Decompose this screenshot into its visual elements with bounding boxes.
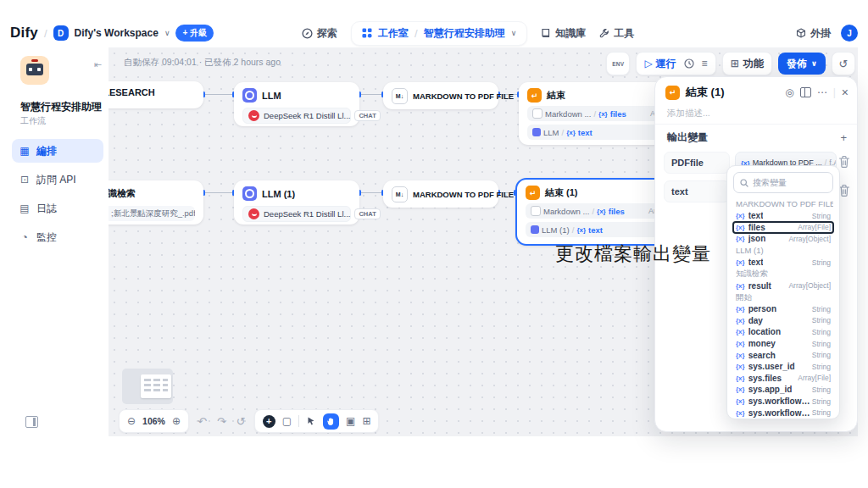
variable-option-day[interactable]: {x}dayString [733, 315, 833, 327]
variable-name: text [578, 128, 593, 137]
version-history-button[interactable]: ↺ [832, 52, 855, 75]
chevron-down-icon[interactable]: ∨ [511, 29, 517, 37]
organize-icon[interactable]: ⊞ [362, 415, 370, 427]
description-placeholder[interactable]: 添加描述... [667, 108, 710, 119]
current-app-name[interactable]: 智慧行程安排助理 [424, 26, 505, 41]
variable-option-money[interactable]: {x}moneyString [733, 338, 833, 350]
nav-explore[interactable]: 探索 [302, 26, 337, 41]
run-button[interactable]: ▷運行 [644, 57, 676, 71]
source-node-name: Markdown ... [543, 207, 589, 216]
sidebar-collapse-icon[interactable]: ⇤ [94, 59, 102, 70]
variable-group-label: 知識檢索 [733, 268, 833, 280]
delete-variable-icon[interactable] [838, 155, 850, 169]
features-icon: ⊞ [731, 58, 739, 69]
node-googlesearch[interactable]: GOOGLESEARCH [108, 81, 203, 108]
add-variable-icon[interactable]: + [840, 131, 847, 144]
hand-tool-button[interactable] [323, 413, 339, 430]
sidebar-item-logs[interactable]: ▤日誌 [12, 197, 103, 220]
zoom-out-icon[interactable]: ⊖ [127, 415, 136, 427]
zoom-in-icon[interactable]: ⊕ [172, 415, 181, 427]
more-icon[interactable]: ⋯ [817, 86, 827, 98]
variable-search-input[interactable]: 搜索變量 [733, 172, 833, 193]
variable-name: json [748, 234, 766, 243]
clock-icon[interactable] [684, 58, 694, 69]
close-icon[interactable]: × [842, 86, 849, 99]
collapse-panel-icon[interactable] [25, 416, 38, 428]
variable-name: text [588, 225, 603, 235]
variable-option-text[interactable]: {x}textString [733, 210, 833, 222]
redo-icon[interactable]: ↷ [217, 415, 226, 428]
delete-variable-icon[interactable] [838, 184, 850, 197]
api-icon: ⊡ [19, 174, 31, 186]
undo-icon[interactable]: ↶ [198, 415, 207, 428]
node-llm-1[interactable]: LLM (1) DeepSeek R1 Distill Ll... CHAT [234, 180, 359, 225]
features-button[interactable]: ⊞ 功能 [722, 52, 772, 75]
nav-knowledge[interactable]: 知識庫 [541, 26, 586, 41]
node-markdown-to-pdf-1[interactable]: M↓MARKDOWN TO PDF FILE (1 [383, 180, 498, 208]
variable-group-label: MARKDOWN TO PDF FILE (1) [733, 198, 833, 210]
variable-icon: {x} [736, 328, 745, 336]
export-image-icon[interactable]: ▣ [346, 415, 355, 427]
variable-option-location[interactable]: {x}locationString [733, 326, 833, 338]
variable-option-files[interactable]: {x}filesArray[File] [733, 222, 833, 234]
variable-option-sys.files[interactable]: {x}sys.filesArray[File] [733, 373, 833, 385]
variable-type: String [812, 328, 831, 336]
variable-option-person[interactable]: {x}personString [733, 303, 833, 315]
variable-option-text[interactable]: {x}textString [733, 257, 833, 269]
sidebar-item-api[interactable]: ⊡訪問 API [12, 168, 103, 191]
add-node-button[interactable]: + [263, 415, 275, 428]
canvas-tools: + ▢ ▣ ⊞ [254, 409, 380, 433]
sidebar-item-orchestrate[interactable]: ▦編排 [12, 139, 103, 163]
upgrade-button[interactable]: + 升級 [175, 25, 214, 42]
add-note-icon[interactable]: ▢ [282, 415, 292, 427]
studio-icon [362, 28, 372, 38]
breadcrumb-slash: / [44, 27, 47, 40]
variable-option-json[interactable]: {x}jsonArray[Object] [733, 233, 833, 245]
variable-type: String [812, 351, 831, 359]
minimap[interactable] [122, 369, 173, 404]
variable-option-sys.workflow_run_id[interactable]: {x}sys.workflow_run_idString [733, 407, 833, 419]
sidebar-item-monitor[interactable]: ◔監控 [12, 225, 103, 249]
node-markdown-to-pdf[interactable]: M↓MARKDOWN TO PDF FILE [383, 82, 498, 109]
variable-name-field[interactable]: text [664, 180, 730, 202]
history-icon[interactable]: ↺ [236, 415, 246, 428]
node-knowledge-retrieval[interactable]: 知識檢索 ;新北景點深度研究_.pdf.. [108, 180, 203, 225]
book-icon [541, 28, 551, 38]
variable-icon: {x} [736, 317, 745, 324]
llm-icon [242, 186, 257, 201]
user-avatar[interactable]: J [841, 25, 858, 42]
pointer-icon[interactable] [306, 416, 316, 426]
variable-icon: {x} [736, 235, 745, 242]
play-icon: ▷ [644, 58, 652, 69]
variable-icon: {x} [736, 282, 745, 290]
variable-type: Array[File] [798, 223, 831, 231]
variable-option-search[interactable]: {x}searchString [733, 349, 833, 361]
variable-type: String [812, 316, 831, 324]
logs-icon: ▤ [19, 202, 31, 214]
split-view-icon[interactable] [800, 87, 811, 97]
node-llm[interactable]: LLM DeepSeek R1 Distill Ll... CHAT [234, 82, 359, 126]
nav-plugins[interactable]: 外掛 [796, 26, 831, 41]
model-pill: DeepSeek R1 Distill Ll... CHAT [242, 108, 351, 124]
variable-type: String [812, 363, 831, 371]
chat-badge: CHAT [354, 208, 380, 219]
variable-option-result[interactable]: {x}resultArray[Object] [733, 280, 833, 291]
variable-option-sys.user_id[interactable]: {x}sys.user_idString [733, 361, 833, 373]
variable-icon: {x} [597, 208, 606, 215]
search-icon [740, 179, 748, 187]
checklist-icon[interactable]: ≡ [702, 58, 708, 69]
nav-tools[interactable]: 工具 [599, 26, 634, 41]
variable-picker-dropdown: 搜索變量 MARKDOWN TO PDF FILE (1){x}textStri… [726, 165, 840, 419]
chevron-down-icon[interactable]: ∨ [164, 29, 170, 37]
source-node-icon [532, 108, 542, 119]
variable-option-sys.workflow_id[interactable]: {x}sys.workflow_idString [733, 396, 833, 408]
publish-button[interactable]: 發佈 ∨ [778, 53, 826, 75]
env-variables-button[interactable]: ENV [606, 52, 630, 75]
workspace-name[interactable]: Dify's Workspace [75, 27, 159, 39]
variable-name-field[interactable]: PDFfile [664, 152, 730, 174]
run-step-icon[interactable]: ◎ [785, 86, 793, 98]
knowledge-doc-pill: ;新北景點深度研究_.pdf.. [108, 206, 195, 221]
variable-option-sys.app_id[interactable]: {x}sys.app_idString [733, 384, 833, 396]
zoom-level[interactable]: 106% [142, 416, 165, 426]
nav-studio[interactable]: 工作室 [378, 26, 409, 41]
